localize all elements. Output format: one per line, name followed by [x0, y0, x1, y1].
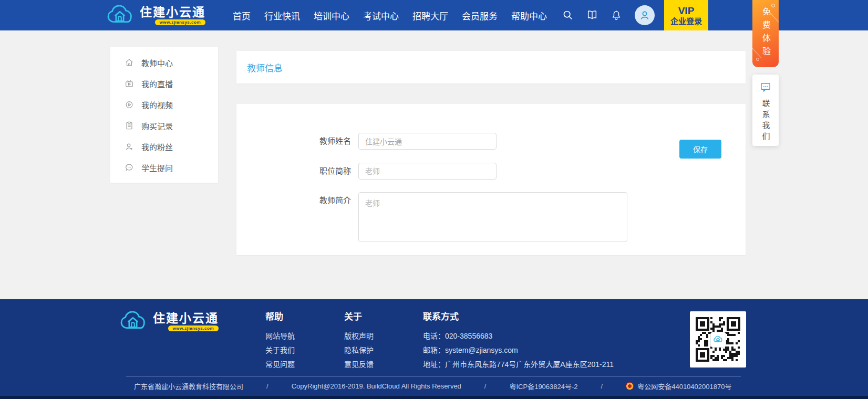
free-trial-label: 免费体验 — [759, 7, 772, 60]
sidebar-item-purchase-records[interactable]: 购买记录 — [110, 115, 218, 136]
contact-column-title: 联系方式 — [423, 312, 614, 321]
sidebar-item-label: 我的视频 — [141, 99, 173, 110]
page: 住建小云通 www.zjiansys.com 首页 行业快讯 培训中心 考试中心… — [0, 0, 868, 399]
footer-link-about-us[interactable]: 关于我们 — [265, 346, 295, 354]
about-column-title: 关于 — [344, 312, 374, 321]
nav-item-industry-news[interactable]: 行业快讯 — [264, 9, 300, 22]
content-area: 教师中心 我的直播 我的视频 购买记录 — [0, 30, 868, 299]
book-icon[interactable] — [586, 9, 598, 21]
sidebar-item-my-videos[interactable]: 我的视频 — [110, 94, 218, 115]
page-title: 教师信息 — [247, 61, 283, 74]
bell-icon[interactable] — [611, 9, 622, 21]
footer-link-privacy[interactable]: 隐私保护 — [344, 346, 374, 354]
cloud-house-logo-icon — [105, 4, 135, 27]
footer: 住建小云通 www.zjiansys.com 帮助 网站导航 关于我们 常见问题… — [0, 299, 868, 399]
brand-domain-badge: www.zjiansys.com — [168, 326, 219, 331]
top-nav-bar: 住建小云通 www.zjiansys.com 首页 行业快讯 培训中心 考试中心… — [0, 0, 868, 30]
sidebar-item-teacher-center[interactable]: 教师中心 — [110, 52, 218, 73]
brand-name: 住建小云通 — [153, 311, 219, 325]
footer-bottom-strip — [0, 396, 868, 399]
separator: / — [484, 382, 487, 390]
sidebar-item-my-live[interactable]: 我的直播 — [110, 73, 218, 94]
sidebar-item-label: 我的直播 — [141, 78, 173, 89]
contact-email: 邮箱：system@zjiansys.com — [423, 346, 614, 354]
teacher-intro-label: 教师简介 — [309, 192, 351, 209]
sidebar-item-my-fans[interactable]: 我的粉丝 — [110, 136, 218, 157]
sidebar-item-label: 购买记录 — [141, 120, 173, 131]
teacher-info-form: 教师姓名 职位简称 教师简介 保存 — [236, 104, 746, 255]
header-icons — [562, 0, 655, 30]
help-column-title: 帮助 — [265, 312, 295, 321]
separator: / — [266, 382, 268, 390]
teacher-name-input[interactable] — [358, 133, 497, 150]
footer-link-faq[interactable]: 常见问题 — [265, 361, 295, 368]
enterprise-login-label: 企业登录 — [670, 17, 702, 26]
teacher-intro-textarea[interactable] — [358, 192, 627, 242]
footer-divider — [126, 376, 741, 377]
free-trial-tab[interactable]: 免费体验 — [752, 0, 779, 67]
footer-bottom-bar: 广东省瀚建小云通教育科技有限公司 / CopyRight@2016-2019. … — [134, 379, 731, 393]
sparkle-icon — [756, 58, 759, 61]
contact-us-label: 联系我们 — [760, 99, 771, 143]
question-icon — [125, 163, 134, 172]
icp-license-link[interactable]: 粤ICP备19063824号-2 — [509, 381, 577, 391]
sidebar-item-label: 学生提问 — [141, 162, 173, 173]
separator: / — [601, 382, 603, 390]
sparkle-icon — [771, 4, 775, 7]
cloud-house-logo-icon — [118, 310, 148, 333]
job-title-input[interactable] — [358, 163, 497, 180]
nav-item-job-hall[interactable]: 招聘大厅 — [412, 9, 448, 22]
public-security-record-link[interactable]: 粤公网安备44010402001870号 — [626, 381, 731, 391]
home-icon — [125, 58, 134, 67]
chat-bubble-icon — [760, 81, 772, 93]
sidebar-menu: 教师中心 我的直播 我的视频 购买记录 — [110, 47, 218, 183]
live-icon — [125, 79, 134, 88]
teacher-name-label: 教师姓名 — [309, 133, 351, 150]
footer-brand-logo: 住建小云通 www.zjiansys.com — [118, 310, 219, 333]
user-avatar[interactable] — [635, 5, 655, 25]
vip-label: VIP — [678, 5, 695, 17]
person-icon — [638, 9, 651, 22]
search-icon[interactable] — [562, 9, 574, 21]
nav-item-training-center[interactable]: 培训中心 — [314, 9, 349, 22]
brand-domain-badge: www.zjiansys.com — [155, 19, 205, 25]
footer-link-site-nav[interactable]: 网站导航 — [265, 332, 295, 340]
save-button[interactable]: 保存 — [679, 140, 721, 159]
sidebar-item-label: 我的粉丝 — [141, 141, 173, 152]
footer-about-column: 关于 版权声明 隐私保护 意见反馈 — [344, 312, 374, 375]
footer-link-feedback[interactable]: 意见反馈 — [344, 361, 374, 368]
brand-name: 住建小云通 — [140, 5, 205, 19]
vip-enterprise-login-button[interactable]: VIP 企业登录 — [664, 0, 708, 30]
company-name: 广东省瀚建小云通教育科技有限公司 — [134, 381, 243, 391]
nav-item-help-center[interactable]: 帮助中心 — [511, 9, 547, 22]
footer-link-copyright-statement[interactable]: 版权声明 — [344, 332, 374, 340]
qr-pattern — [696, 317, 740, 362]
footer-contact-column: 联系方式 电话：020-38556683 邮箱：system@zjiansys.… — [423, 312, 614, 375]
fans-icon — [125, 142, 134, 151]
qr-code — [690, 311, 746, 368]
public-security-record-label: 粤公网安备44010402001870号 — [637, 381, 731, 391]
contact-address: 地址：广州市东风东路774号广东外贸大厦A座东区201-211 — [423, 361, 614, 368]
contact-phone: 电话：020-38556683 — [423, 332, 614, 340]
sidebar-item-student-questions[interactable]: 学生提问 — [110, 157, 218, 178]
copyright-text: CopyRight@2016-2019. BuildCloud All Righ… — [292, 382, 461, 390]
main-nav: 首页 行业快讯 培训中心 考试中心 招聘大厅 会员服务 帮助中心 — [233, 0, 547, 30]
brand-logo[interactable]: 住建小云通 www.zjiansys.com — [105, 4, 205, 27]
sidebar-item-label: 教师中心 — [141, 57, 173, 68]
footer-help-column: 帮助 网站导航 关于我们 常见问题 — [265, 312, 295, 375]
orders-icon — [125, 121, 134, 130]
panel-title-card: 教师信息 — [236, 51, 746, 83]
nav-item-exam-center[interactable]: 考试中心 — [363, 9, 399, 22]
nav-item-home[interactable]: 首页 — [233, 9, 251, 22]
job-title-label: 职位简称 — [309, 163, 351, 180]
video-icon — [125, 100, 134, 109]
nav-item-member-services[interactable]: 会员服务 — [462, 9, 498, 22]
contact-us-tab[interactable]: 联系我们 — [752, 75, 779, 146]
police-badge-icon — [626, 382, 634, 390]
